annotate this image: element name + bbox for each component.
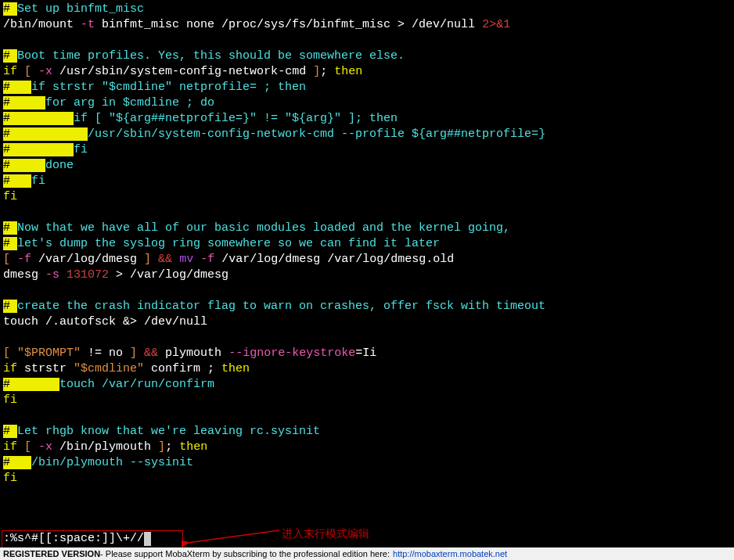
code-segment: fi — [74, 143, 88, 156]
code-segment: # — [3, 112, 74, 125]
code-segment: # — [3, 174, 31, 188]
code-segment: >& — [489, 18, 503, 31]
code-line: # Now that we have all of our basic modu… — [3, 221, 731, 236]
code-line: # Boot time profiles. Yes, this should b… — [3, 48, 731, 64]
code-segment: [ — [3, 346, 10, 360]
code-line: # Set up binfmt_misc — [3, 2, 731, 17]
code-segment — [3, 409, 10, 422]
code-line: # let's dump the syslog ring somewhere s… — [3, 236, 731, 252]
code-segment: if [ "${arg##netprofile=}" != "${arg}" ]… — [74, 112, 398, 125]
code-segment: # — [3, 81, 31, 94]
code-segment: [ — [3, 253, 10, 266]
code-line: dmesg -s 131072 > /var/log/dmesg — [3, 267, 731, 283]
code-segment: /var/log/dmesg — [31, 253, 144, 266]
code-line — [3, 283, 731, 299]
code-segment: # — [3, 143, 74, 156]
code-line: # /bin/plymouth --sysinit — [3, 455, 731, 471]
code-segment: /bin/mount — [3, 18, 81, 31]
status-bar: REGISTERED VERSION - Please support Moba… — [0, 547, 734, 560]
code-segment: [ — [24, 65, 31, 78]
code-line: touch /.autofsck &> /dev/null — [3, 314, 731, 330]
code-line: # fi — [3, 174, 731, 189]
code-segment: fi — [31, 174, 45, 188]
code-segment: then — [179, 440, 207, 454]
code-line: # touch /var/run/confirm — [3, 377, 731, 393]
code-segment: # — [3, 237, 17, 250]
code-segment: touch /.autofsck &> /dev/null — [3, 315, 207, 328]
code-segment — [10, 253, 17, 266]
code-segment: mv — [179, 253, 193, 266]
code-line: if [ -x /usr/sbin/system-config-network-… — [3, 64, 731, 80]
code-segment: =Ii — [355, 346, 376, 360]
code-line: # /usr/sbin/system-config-network-cmd --… — [3, 127, 731, 142]
annotation-text: 进入末行模式编辑 — [282, 526, 369, 541]
code-segment — [137, 346, 144, 360]
code-segment: [ — [24, 440, 31, 454]
code-line: # for arg in $cmdline ; do — [3, 95, 731, 111]
code-line: # Let rhgb know that we're leaving rc.sy… — [3, 424, 731, 440]
code-segment: fi — [3, 393, 17, 407]
terminal-viewport[interactable]: # Set up binfmt_misc/bin/mount -t binfmt… — [0, 0, 734, 488]
code-segment: # — [3, 159, 45, 172]
code-segment: if — [3, 65, 17, 78]
code-line — [3, 205, 731, 221]
code-segment: -t — [81, 18, 95, 31]
vim-command-line[interactable]: :%s^#[[:space:]]\+// — [3, 531, 151, 547]
code-segment: plymouth — [158, 346, 228, 360]
code-segment: -x — [38, 440, 52, 454]
code-segment: /bin/plymouth --sysinit — [31, 456, 193, 469]
code-segment: -f — [17, 253, 31, 266]
code-segment: ; — [320, 65, 334, 78]
code-segment — [3, 206, 10, 219]
code-segment: # — [3, 378, 59, 391]
code-segment: # — [3, 49, 17, 63]
code-segment: && — [144, 346, 158, 360]
code-segment: > /var/log/dmesg — [109, 268, 228, 282]
code-segment — [3, 34, 10, 47]
code-segment: ] — [158, 440, 165, 454]
code-segment: ; — [165, 440, 179, 454]
code-segment: -f — [200, 253, 214, 266]
code-segment: # — [3, 127, 88, 141]
code-line — [3, 408, 731, 424]
code-segment: dmesg — [3, 268, 45, 282]
code-segment: if — [3, 362, 17, 375]
code-segment: for arg in $cmdline ; do — [45, 96, 214, 109]
code-segment: Boot time profiles. Yes, this should be … — [17, 49, 405, 63]
code-line: # if [ "${arg##netprofile=}" != "${arg}"… — [3, 111, 731, 127]
code-segment: 2 — [482, 18, 489, 31]
code-segment — [10, 346, 17, 360]
code-segment: done — [45, 159, 74, 172]
code-segment: 1 — [503, 18, 510, 31]
code-segment: fi — [3, 190, 17, 203]
code-segment: if strstr "$cmdline" netprofile= ; then — [31, 81, 306, 94]
status-link[interactable]: http://mobaxterm.mobatek.net — [393, 546, 507, 560]
svg-line-1 — [188, 530, 279, 543]
code-segment: "$PROMPT" — [17, 346, 81, 360]
code-segment — [31, 65, 38, 78]
code-line: fi — [3, 471, 731, 486]
code-line: fi — [3, 393, 731, 408]
arrow-annotation — [182, 526, 283, 541]
code-segment: # — [3, 456, 31, 469]
code-segment: # — [3, 221, 17, 235]
code-segment: fi — [3, 472, 17, 485]
code-segment: let's dump the syslog ring somewhere so … — [17, 237, 440, 250]
code-segment: Set up binfmt_misc — [17, 2, 144, 16]
command-text: :%s^#[[:space:]]\+// — [3, 531, 144, 547]
code-segment: /var/log/dmesg /var/log/dmesg.old — [214, 253, 454, 266]
code-segment — [151, 253, 158, 266]
code-segment: --ignore-keystroke — [228, 346, 355, 360]
code-segment — [193, 253, 200, 266]
code-segment: ] — [313, 65, 320, 78]
code-line: # done — [3, 158, 731, 174]
code-segment: && — [158, 253, 172, 266]
code-segment: confirm ; — [144, 362, 221, 375]
code-segment: 131072 — [67, 268, 109, 282]
status-prefix: REGISTERED VERSION — [3, 546, 100, 560]
code-line: fi — [3, 189, 731, 205]
code-segment: ] — [130, 346, 137, 360]
code-line: /bin/mount -t binfmt_misc none /proc/sys… — [3, 17, 731, 33]
code-line: # fi — [3, 142, 731, 158]
code-segment — [31, 440, 38, 454]
